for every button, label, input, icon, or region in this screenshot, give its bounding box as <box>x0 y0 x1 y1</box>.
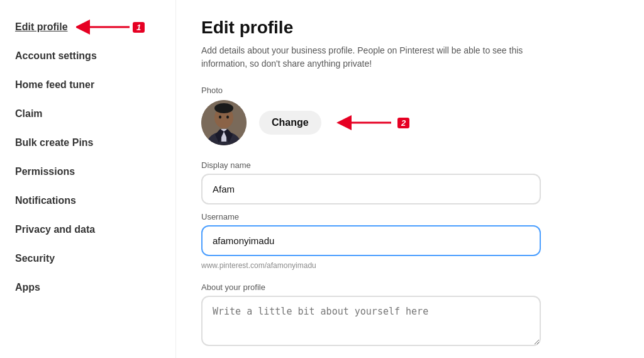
photo-section: Photo <box>201 86 619 145</box>
sidebar: Edit profile 1 Account settings Home fee… <box>0 0 176 358</box>
annotation-1-container: 1 <box>76 18 145 36</box>
sidebar-item-apps[interactable]: Apps <box>10 273 165 302</box>
display-name-input[interactable] <box>201 174 541 204</box>
annotation-num-2: 2 <box>397 118 409 128</box>
svg-point-8 <box>219 116 221 119</box>
display-name-field-group: Display name <box>201 160 619 210</box>
sidebar-security-row: 4 Security <box>10 244 165 273</box>
arrow-1-svg <box>76 18 133 36</box>
sidebar-item-edit-profile[interactable]: Edit profile <box>10 13 73 42</box>
photo-label: Photo <box>201 86 619 95</box>
sidebar-notifications-row: 3 Notifications <box>10 186 165 215</box>
username-field-group: Username www.pinterest.com/afamonyimadu <box>201 212 619 270</box>
sidebar-item-bulk-create-pins[interactable]: Bulk create Pins <box>10 128 165 157</box>
sidebar-item-privacy-and-data[interactable]: Privacy and data <box>10 215 165 244</box>
svg-point-9 <box>226 116 229 119</box>
avatar-svg <box>201 100 247 145</box>
annotation-num-1: 1 <box>133 22 145 33</box>
about-field-group: About your profile <box>201 282 619 354</box>
arrow-2-svg <box>335 110 397 135</box>
svg-point-7 <box>214 103 233 113</box>
page-subtitle: Add details about your business profile.… <box>201 44 528 70</box>
username-input[interactable] <box>201 225 541 256</box>
about-textarea[interactable] <box>201 296 541 346</box>
sidebar-item-claim[interactable]: Claim <box>10 99 165 128</box>
url-hint: www.pinterest.com/afamonyimadu <box>201 261 619 270</box>
sidebar-item-security[interactable]: Security <box>10 244 60 273</box>
avatar <box>201 100 247 145</box>
main-content: Edit profile Add details about your busi… <box>176 0 644 358</box>
sidebar-item-permissions[interactable]: Permissions <box>10 157 165 186</box>
photo-row: Change 2 <box>201 100 619 145</box>
sidebar-item-notifications[interactable]: Notifications <box>10 186 81 215</box>
change-photo-button[interactable]: Change <box>259 111 321 135</box>
sidebar-item-account-settings[interactable]: Account settings <box>10 42 165 70</box>
sidebar-edit-profile-row: Edit profile 1 <box>10 13 165 42</box>
annotation-2-container: 2 <box>335 110 409 135</box>
page-title: Edit profile <box>201 18 619 38</box>
display-name-label: Display name <box>201 160 619 170</box>
username-label: Username <box>201 212 619 221</box>
about-label: About your profile <box>201 282 619 292</box>
sidebar-item-home-feed-tuner[interactable]: Home feed tuner <box>10 70 165 99</box>
change-button-wrapper: Change 2 <box>259 111 321 135</box>
